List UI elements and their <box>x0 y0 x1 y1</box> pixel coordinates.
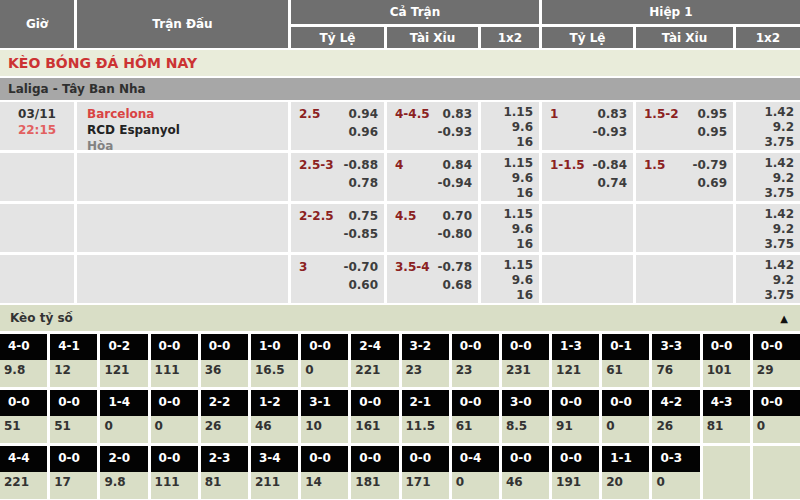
score-odds-cell[interactable]: 221 <box>0 472 47 499</box>
score-cell[interactable]: 2-1 <box>402 390 449 416</box>
score-cell[interactable]: 4-1 <box>50 334 97 360</box>
score-odds-cell[interactable]: 0 <box>602 416 649 443</box>
score-odds-cell[interactable]: 81 <box>201 472 248 499</box>
score-cell[interactable]: 4-4 <box>0 446 47 472</box>
score-cell[interactable]: 0-0 <box>201 334 248 360</box>
score-cell[interactable]: 0-0 <box>753 390 800 416</box>
score-cell[interactable]: 0-1 <box>602 334 649 360</box>
score-odds-cell[interactable]: 16.5 <box>251 360 298 387</box>
score-odds-cell[interactable]: 46 <box>251 416 298 443</box>
score-odds-cell[interactable]: 26 <box>201 416 248 443</box>
score-odds-cell[interactable]: 211 <box>251 472 298 499</box>
score-cell[interactable]: 0-0 <box>0 390 47 416</box>
score-cell[interactable]: 0-2 <box>100 334 147 360</box>
score-odds-cell[interactable]: 10 <box>301 416 348 443</box>
score-odds-cell[interactable]: 0 <box>652 472 699 499</box>
score-cell[interactable]: 0-0 <box>552 446 599 472</box>
score-cell[interactable]: 0-0 <box>502 334 549 360</box>
away-team[interactable]: RCD Espanyol <box>87 122 288 138</box>
score-cell[interactable]: 1-0 <box>251 334 298 360</box>
ft-1x2-cell[interactable]: 1.159.616 <box>481 255 539 303</box>
score-cell[interactable]: 1-1 <box>602 446 649 472</box>
score-odds-cell[interactable]: 61 <box>452 416 499 443</box>
score-cell[interactable]: 2-0 <box>100 446 147 472</box>
score-cell[interactable]: 0-0 <box>50 390 97 416</box>
score-odds-cell[interactable]: 0 <box>151 416 198 443</box>
h1-handicap-cell[interactable]: 1-1.5-0.840.74 <box>542 153 633 201</box>
ft-1x2-cell[interactable]: 1.159.616 <box>481 204 539 252</box>
score-odds-cell[interactable]: 0 <box>452 472 499 499</box>
score-cell[interactable]: 0-0 <box>151 390 198 416</box>
score-odds-cell[interactable]: 221 <box>351 360 398 387</box>
ft-overunder-cell[interactable]: 3.5-4-0.780.68 <box>387 255 478 303</box>
score-odds-cell[interactable]: 29 <box>753 360 800 387</box>
score-odds-cell[interactable]: 91 <box>552 416 599 443</box>
home-team[interactable]: Barcelona <box>87 106 288 122</box>
collapse-arrow-icon[interactable]: ▲ <box>780 313 788 324</box>
score-cell[interactable]: 1-2 <box>251 390 298 416</box>
ft-overunder-cell[interactable]: 4.50.70-0.80 <box>387 204 478 252</box>
score-cell[interactable]: 3-3 <box>652 334 699 360</box>
score-cell[interactable]: 0-0 <box>452 390 499 416</box>
score-cell[interactable]: 0-0 <box>351 446 398 472</box>
score-cell[interactable]: 1-3 <box>552 334 599 360</box>
score-cell[interactable]: 2-4 <box>351 334 398 360</box>
score-odds-cell[interactable]: 51 <box>50 416 97 443</box>
score-odds-cell[interactable]: 81 <box>703 416 750 443</box>
score-odds-cell[interactable]: 23 <box>452 360 499 387</box>
h1-1x2-cell[interactable]: 1.429.23.75 <box>736 153 800 201</box>
score-odds-cell[interactable]: 9.8 <box>0 360 47 387</box>
score-odds-cell[interactable]: 23 <box>402 360 449 387</box>
score-cell[interactable]: 3-0 <box>502 390 549 416</box>
score-odds-cell[interactable]: 0 <box>753 416 800 443</box>
score-odds-cell[interactable]: 14 <box>301 472 348 499</box>
score-odds-cell[interactable]: 231 <box>502 360 549 387</box>
score-cell[interactable]: 0-3 <box>652 446 699 472</box>
score-odds-cell[interactable]: 0 <box>301 360 348 387</box>
score-odds-cell[interactable]: 9.8 <box>100 472 147 499</box>
h1-1x2-cell[interactable]: 1.429.23.75 <box>736 204 800 252</box>
score-cell[interactable]: 4-2 <box>652 390 699 416</box>
ft-handicap-cell[interactable]: 2-2.50.75-0.85 <box>291 204 384 252</box>
score-odds-cell[interactable]: 121 <box>552 360 599 387</box>
score-odds-cell[interactable]: 181 <box>351 472 398 499</box>
score-odds-cell[interactable]: 171 <box>402 472 449 499</box>
score-cell[interactable]: 0-0 <box>301 334 348 360</box>
score-odds-cell[interactable]: 61 <box>602 360 649 387</box>
score-cell[interactable]: 0-0 <box>151 334 198 360</box>
score-cell[interactable]: 2-2 <box>201 390 248 416</box>
score-odds-cell[interactable]: 8.5 <box>502 416 549 443</box>
score-cell[interactable]: 0-0 <box>351 390 398 416</box>
score-odds-cell[interactable]: 121 <box>100 360 147 387</box>
h1-overunder-cell[interactable]: 1.5-0.790.69 <box>636 153 733 201</box>
score-cell[interactable]: 0-0 <box>402 446 449 472</box>
score-odds-cell[interactable]: 36 <box>201 360 248 387</box>
score-odds-cell[interactable]: 76 <box>652 360 699 387</box>
score-cell[interactable]: 0-0 <box>552 390 599 416</box>
score-odds-cell[interactable]: 12 <box>50 360 97 387</box>
ft-1x2-cell[interactable]: 1.159.616 <box>481 153 539 201</box>
score-cell[interactable]: 0-0 <box>703 334 750 360</box>
score-cell[interactable]: 0-0 <box>753 334 800 360</box>
h1-1x2-cell[interactable]: 1.429.23.75 <box>736 255 800 303</box>
score-cell[interactable]: 0-0 <box>602 390 649 416</box>
score-odds-cell[interactable]: 51 <box>0 416 47 443</box>
h1-overunder-cell[interactable]: 1.5-20.950.95 <box>636 102 733 150</box>
score-odds-cell[interactable]: 26 <box>652 416 699 443</box>
score-odds-cell[interactable]: 0 <box>100 416 147 443</box>
score-cell[interactable]: 3-2 <box>402 334 449 360</box>
score-odds-cell[interactable]: 111 <box>151 472 198 499</box>
score-cell[interactable]: 2-3 <box>201 446 248 472</box>
score-cell[interactable]: 0-4 <box>452 446 499 472</box>
score-cell[interactable]: 0-0 <box>50 446 97 472</box>
score-odds-cell[interactable]: 191 <box>552 472 599 499</box>
score-odds-cell[interactable]: 20 <box>602 472 649 499</box>
score-cell[interactable]: 0-0 <box>301 446 348 472</box>
score-cell[interactable]: 3-1 <box>301 390 348 416</box>
ft-handicap-cell[interactable]: 3-0.700.60 <box>291 255 384 303</box>
score-odds-cell[interactable]: 161 <box>351 416 398 443</box>
h1-handicap-cell[interactable]: 10.83-0.93 <box>542 102 633 150</box>
h1-1x2-cell[interactable]: 1.429.23.75 <box>736 102 800 150</box>
score-cell[interactable]: 0-0 <box>151 446 198 472</box>
ft-handicap-cell[interactable]: 2.5-3-0.880.78 <box>291 153 384 201</box>
